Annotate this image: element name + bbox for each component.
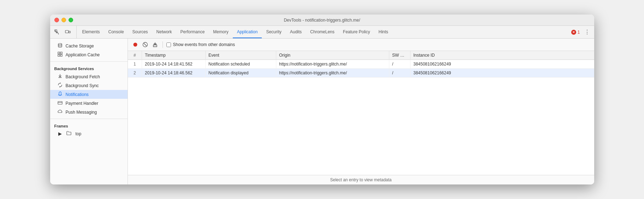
sidebar-item-notifications[interactable]: Notifications bbox=[50, 90, 128, 99]
content-panel: Show events from other domains # Timesta… bbox=[128, 39, 594, 184]
sidebar-label-background-sync: Background Sync bbox=[66, 83, 99, 88]
tab-memory[interactable]: Memory bbox=[209, 26, 232, 38]
main-content: Cache Storage Application Cache Backgrou… bbox=[50, 39, 594, 184]
traffic-lights bbox=[54, 18, 73, 22]
tabbar: Elements Console Sources Network Perform… bbox=[50, 26, 594, 39]
sidebar-label-application-cache: Application Cache bbox=[66, 52, 100, 57]
sidebar-item-top[interactable]: ▶ top bbox=[50, 130, 128, 138]
inspect-icon[interactable] bbox=[53, 28, 61, 36]
divider-2 bbox=[50, 119, 128, 119]
svg-point-3 bbox=[58, 44, 62, 45]
grid-icon bbox=[57, 52, 63, 58]
error-dot: ✕ bbox=[571, 30, 576, 35]
database-icon bbox=[57, 43, 63, 49]
bell-icon bbox=[57, 91, 63, 97]
background-services-title: Background Services bbox=[50, 64, 128, 72]
device-icon[interactable] bbox=[64, 28, 72, 36]
table-row[interactable]: 12019-10-24 14:18:41.562Notification sch… bbox=[128, 60, 594, 69]
col-header-num[interactable]: # bbox=[128, 51, 142, 60]
frames-title: Frames bbox=[50, 121, 128, 130]
close-button[interactable] bbox=[54, 18, 59, 22]
tab-network[interactable]: Network bbox=[152, 26, 176, 38]
error-badge[interactable]: ✕ 1 bbox=[571, 30, 580, 35]
tab-elements[interactable]: Elements bbox=[78, 26, 104, 38]
payment-icon bbox=[57, 100, 63, 106]
tab-application[interactable]: Application bbox=[233, 26, 262, 38]
table-row[interactable]: 22019-10-24 14:18:46.562Notification dis… bbox=[128, 69, 594, 78]
sidebar-label-notifications: Notifications bbox=[66, 92, 89, 97]
divider-1 bbox=[50, 61, 128, 62]
tab-security[interactable]: Security bbox=[262, 26, 285, 38]
notifications-table: # Timestamp Event Origin SW … Instance I… bbox=[128, 51, 594, 78]
more-menu-button[interactable]: ⋮ bbox=[583, 28, 591, 36]
frame-icon: ▶ bbox=[57, 131, 63, 136]
sidebar-item-background-fetch[interactable]: Background Fetch bbox=[50, 72, 128, 81]
sidebar-label-background-fetch: Background Fetch bbox=[66, 74, 100, 79]
window-title: DevTools - notification-triggers.glitch.… bbox=[284, 18, 360, 23]
table-body: 12019-10-24 14:18:41.562Notification sch… bbox=[128, 60, 594, 78]
footer-metadata: Select an entry to view metadata bbox=[128, 175, 594, 184]
show-other-domains-input[interactable] bbox=[166, 42, 171, 47]
tabbar-icons bbox=[53, 26, 77, 38]
svg-rect-6 bbox=[58, 55, 60, 56]
notifications-table-wrapper: # Timestamp Event Origin SW … Instance I… bbox=[128, 51, 594, 175]
svg-point-10 bbox=[133, 43, 137, 47]
svg-rect-7 bbox=[60, 55, 62, 56]
sidebar-label-push-messaging: Push Messaging bbox=[66, 110, 97, 115]
svg-rect-8 bbox=[58, 102, 62, 104]
svg-rect-2 bbox=[69, 31, 70, 33]
sidebar-label-top: top bbox=[76, 131, 82, 136]
frame-folder-icon bbox=[66, 131, 71, 136]
tab-performance[interactable]: Performance bbox=[176, 26, 209, 38]
tab-feature-policy[interactable]: Feature Policy bbox=[339, 26, 374, 38]
sidebar-item-application-cache[interactable]: Application Cache bbox=[50, 50, 128, 59]
cloud-icon bbox=[57, 109, 63, 115]
col-header-origin[interactable]: Origin bbox=[276, 51, 389, 60]
svg-rect-1 bbox=[65, 30, 69, 33]
svg-line-12 bbox=[144, 43, 147, 46]
col-header-sw[interactable]: SW … bbox=[389, 51, 410, 60]
fetch-icon bbox=[57, 74, 63, 80]
tab-audits[interactable]: Audits bbox=[286, 26, 306, 38]
maximize-button[interactable] bbox=[69, 18, 73, 22]
titlebar: DevTools - notification-triggers.glitch.… bbox=[50, 15, 594, 26]
col-header-event[interactable]: Event bbox=[206, 51, 276, 60]
tabbar-right: ✕ 1 ⋮ bbox=[571, 26, 591, 38]
show-other-domains-checkbox[interactable]: Show events from other domains bbox=[166, 42, 235, 47]
svg-rect-4 bbox=[58, 52, 60, 54]
tab-console[interactable]: Console bbox=[104, 26, 128, 38]
table-header-row: # Timestamp Event Origin SW … Instance I… bbox=[128, 51, 594, 60]
col-header-timestamp[interactable]: Timestamp bbox=[142, 51, 206, 60]
record-button[interactable] bbox=[131, 41, 139, 49]
sidebar: Cache Storage Application Cache Backgrou… bbox=[50, 39, 128, 184]
sidebar-item-background-sync[interactable]: Background Sync bbox=[50, 81, 128, 90]
col-header-instance[interactable]: Instance ID bbox=[410, 51, 594, 60]
sidebar-item-push-messaging[interactable]: Push Messaging bbox=[50, 108, 128, 116]
footer-text: Select an entry to view metadata bbox=[330, 177, 391, 182]
sync-icon bbox=[57, 83, 63, 89]
devtools-window: DevTools - notification-triggers.glitch.… bbox=[50, 15, 594, 184]
save-button[interactable] bbox=[151, 41, 159, 49]
sidebar-item-cache-storage[interactable]: Cache Storage bbox=[50, 41, 128, 50]
sidebar-label-cache-storage: Cache Storage bbox=[66, 44, 94, 49]
notifications-toolbar: Show events from other domains bbox=[128, 39, 594, 51]
sidebar-item-payment-handler[interactable]: Payment Handler bbox=[50, 99, 128, 108]
tab-hints[interactable]: Hints bbox=[374, 26, 392, 38]
minimize-button[interactable] bbox=[61, 18, 66, 22]
sidebar-label-payment-handler: Payment Handler bbox=[66, 101, 99, 106]
clear-button[interactable] bbox=[141, 41, 149, 49]
tab-sources[interactable]: Sources bbox=[128, 26, 152, 38]
tab-chromelens[interactable]: ChromeLens bbox=[306, 26, 339, 38]
svg-rect-5 bbox=[60, 52, 62, 54]
toolbar-separator bbox=[163, 41, 163, 48]
